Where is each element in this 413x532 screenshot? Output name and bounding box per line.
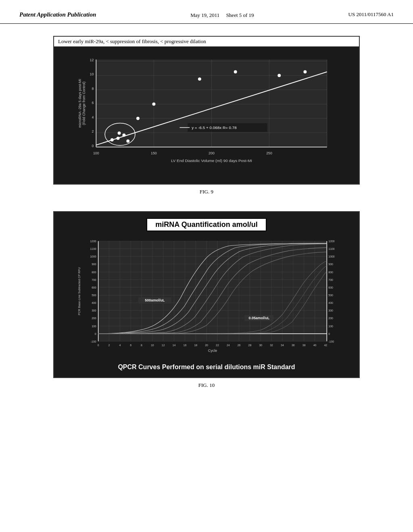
svg-text:0: 0 [328,332,330,335]
fig9-chart: microRNA -29a 5 days post-MI (Fold Chang… [54,47,359,184]
svg-text:1200: 1200 [328,240,335,243]
svg-text:26: 26 [238,343,241,346]
svg-text:100: 100 [328,325,333,328]
svg-text:800: 800 [328,270,333,273]
svg-text:4: 4 [92,115,94,119]
svg-text:18: 18 [194,343,197,346]
svg-text:PCR Base-Line Subtracted CP RF: PCR Base-Line Subtracted CP RFU [77,267,81,315]
svg-text:12: 12 [162,343,165,346]
svg-text:y = -6.5 + 0.068x  R= 0.78: y = -6.5 + 0.068x R= 0.78 [192,125,237,130]
svg-text:Cycle: Cycle [208,348,217,352]
svg-text:150: 150 [151,151,157,155]
fig10-figure: miRNA Quantification amol/ul [53,211,360,378]
svg-text:700: 700 [92,278,96,281]
svg-text:40: 40 [313,343,317,346]
svg-text:24: 24 [227,343,230,346]
svg-point-36 [136,116,140,120]
fig10-title: miRNA Quantification amol/ul [146,218,266,231]
svg-text:600: 600 [92,286,96,289]
svg-text:16: 16 [184,343,187,346]
svg-text:400: 400 [92,301,96,304]
svg-text:700: 700 [328,278,333,281]
svg-text:0: 0 [95,332,96,335]
svg-text:-100: -100 [91,340,96,343]
svg-text:1100: 1100 [328,247,335,250]
svg-text:10: 10 [90,72,94,76]
svg-text:6: 6 [92,101,94,105]
svg-point-32 [117,137,120,140]
svg-text:1100: 1100 [90,247,96,250]
figure-10-container: miRNA Quantification amol/ul [32,211,381,389]
svg-point-38 [198,77,201,81]
svg-text:250: 250 [266,151,272,155]
svg-text:300: 300 [328,309,333,312]
svg-text:42: 42 [324,343,327,346]
svg-text:22: 22 [216,343,219,346]
svg-point-39 [234,70,237,73]
fig10-label: FIG. 10 [198,382,215,389]
svg-text:1200: 1200 [90,240,96,243]
svg-text:38: 38 [302,343,306,346]
svg-text:4: 4 [119,343,121,346]
svg-text:800: 800 [92,270,96,273]
page-header: Patent Application Publication May 19, 2… [0,0,413,24]
svg-text:0: 0 [98,343,99,346]
svg-point-34 [118,131,121,135]
svg-text:200: 200 [209,151,215,155]
svg-point-37 [152,102,155,106]
fig9-label: FIG. 9 [200,189,213,195]
svg-text:-100: -100 [328,340,334,343]
svg-text:(Fold Change from Control): (Fold Change from Control) [82,81,86,125]
svg-text:12: 12 [90,58,94,62]
figure-9-container: Lower early miR-29a, < suppression of fi… [32,36,381,195]
fig10-chart: -100 0 100 200 300 400 500 600 700 800 9… [54,235,359,360]
fig10-title-box: miRNA Quantification amol/ul [54,212,359,235]
svg-text:30: 30 [259,343,262,346]
fig9-title: Lower early miR-29a, < suppression of fi… [54,37,359,47]
svg-text:500: 500 [328,294,333,297]
svg-text:200: 200 [92,317,96,320]
header-title: Patent Application Publication [19,11,96,18]
svg-text:2: 2 [108,343,110,346]
svg-text:6: 6 [130,343,131,346]
svg-text:32: 32 [270,343,273,346]
page-body: Lower early miR-29a, < suppression of fi… [0,24,413,401]
svg-text:2: 2 [92,129,94,133]
svg-text:500: 500 [92,294,96,297]
svg-text:100: 100 [92,325,96,328]
svg-text:100: 100 [93,151,99,155]
fig9-svg: microRNA -29a 5 days post-MI (Fold Chang… [76,55,347,168]
svg-text:20: 20 [205,343,208,346]
fig10-subtitle: QPCR Curves Performed on serial dilution… [54,360,359,377]
svg-point-40 [277,74,281,77]
svg-text:28: 28 [248,343,252,346]
svg-point-33 [122,133,125,137]
svg-text:1000: 1000 [90,255,96,258]
svg-text:0: 0 [92,143,94,148]
fig10-svg: -100 0 100 200 300 400 500 600 700 800 9… [76,237,349,355]
svg-text:34: 34 [281,343,284,346]
svg-text:36: 36 [292,343,295,346]
svg-point-41 [303,70,307,73]
svg-text:10: 10 [151,343,154,346]
svg-point-31 [111,138,114,141]
svg-text:200: 200 [328,317,333,320]
svg-text:400: 400 [328,301,333,304]
svg-text:900: 900 [92,262,96,265]
svg-text:900: 900 [328,262,333,265]
svg-text:8: 8 [141,343,142,346]
svg-text:LV End Diastolic Volume (ml) 9: LV End Diastolic Volume (ml) 90 days Pos… [171,158,252,163]
svg-text:600: 600 [328,286,333,289]
svg-text:500amol/uL: 500amol/uL [145,298,165,302]
svg-point-35 [126,139,129,143]
svg-text:14: 14 [173,343,176,346]
svg-text:1000: 1000 [328,255,335,258]
header-date-sheet: May 19, 2011 Sheet 5 of 19 [190,11,254,19]
svg-text:0.05amol/uL: 0.05amol/uL [248,316,269,320]
svg-text:microRNA -29a 5 days post-MI: microRNA -29a 5 days post-MI [78,79,82,127]
svg-text:8: 8 [92,86,94,90]
header-patent: US 2011/0117560 A1 [348,11,394,18]
svg-text:300: 300 [92,309,96,312]
fig9-figure: Lower early miR-29a, < suppression of fi… [53,36,360,185]
